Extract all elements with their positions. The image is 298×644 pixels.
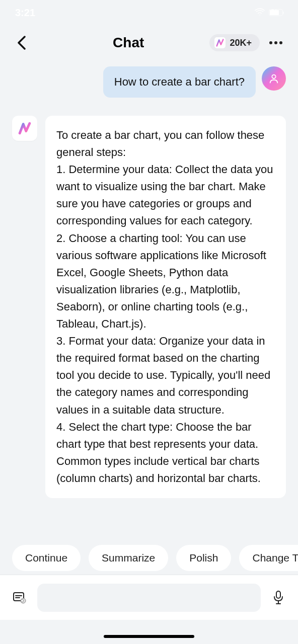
suggestion-chip-summarize[interactable]: Summarize [89,545,168,571]
nav-bar: Chat 20K+ [0,25,298,60]
status-right: 74 [255,7,283,19]
wifi-icon [255,7,265,19]
battery-icon: 74 [269,9,283,16]
back-button[interactable] [12,33,32,53]
bot-message-row: To create a bar chart, you can follow th… [12,116,286,498]
svg-point-0 [272,75,275,78]
user-message-row: How to create a bar chart? [12,66,286,98]
suggestion-chip-continue[interactable]: Continue [12,545,81,571]
user-message-bubble: How to create a bar chart? [103,66,256,98]
bot-text-step: 4. Select the chart type: Choose the bar… [56,419,275,487]
quick-replies-button[interactable] [11,589,28,606]
bot-message-bubble: To create a bar chart, you can follow th… [45,116,286,498]
message-input[interactable] [37,584,261,612]
chat-scroll[interactable]: How to create a bar chart? To create a b… [0,60,298,513]
more-button[interactable] [266,41,286,44]
svg-point-5 [21,599,24,602]
suggestion-chip-changetone[interactable]: Change To [239,545,298,571]
user-avatar[interactable] [262,66,286,91]
suggestion-chip-polish[interactable]: Polish [176,545,231,571]
bot-text-step: 2. Choose a charting tool: You can use v… [56,230,275,333]
app-logo-icon [214,37,226,48]
page-title: Chat [53,35,203,51]
home-indicator[interactable] [104,635,194,638]
bot-avatar[interactable] [12,116,37,141]
svg-rect-6 [276,591,280,598]
usage-count-label: 20K+ [230,38,252,48]
suggestion-chips-row[interactable]: Continue Summarize Polish Change To [0,545,298,571]
bot-text-step: 3. Format your data: Organize your data … [56,333,275,418]
status-bar: 3:21 74 [0,0,298,25]
input-bar [0,575,298,620]
bot-text-step: 1. Determine your data: Collect the data… [56,161,275,229]
status-time: 3:21 [15,7,35,19]
microphone-button[interactable] [270,589,287,606]
usage-count-pill[interactable]: 20K+ [209,34,260,51]
bot-text-intro: To create a bar chart, you can follow th… [56,127,275,161]
